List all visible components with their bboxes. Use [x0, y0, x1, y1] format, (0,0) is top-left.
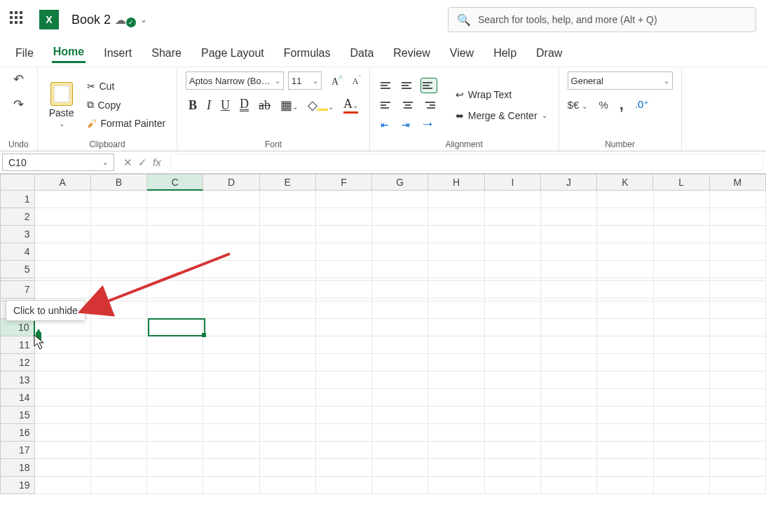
cell-M10[interactable]	[710, 319, 766, 336]
bold-button[interactable]: B	[189, 98, 197, 113]
cell-F1[interactable]	[316, 191, 372, 208]
cell-C14[interactable]	[147, 389, 203, 407]
cell-H9[interactable]	[428, 301, 484, 319]
tab-draw[interactable]: Draw	[535, 44, 563, 62]
cell-K17[interactable]	[597, 442, 653, 459]
column-header-B[interactable]: B	[91, 174, 147, 191]
cell-L16[interactable]	[654, 424, 710, 442]
cell-D4[interactable]	[203, 243, 259, 261]
cell-E4[interactable]	[260, 243, 316, 261]
row-header-15[interactable]: 15	[0, 407, 35, 424]
cell-K13[interactable]	[597, 371, 653, 389]
tab-share[interactable]: Share	[150, 44, 183, 62]
cell-M1[interactable]	[710, 191, 766, 208]
fill-color-button[interactable]: ◇⌄	[308, 97, 334, 113]
cell-I2[interactable]	[485, 208, 541, 226]
row-header-14[interactable]: 14	[0, 389, 35, 407]
cell-I7[interactable]	[485, 281, 541, 299]
cell-D5[interactable]	[203, 261, 259, 278]
column-header-I[interactable]: I	[485, 174, 541, 191]
cell-D18[interactable]	[203, 459, 259, 477]
cell-H12[interactable]	[428, 354, 484, 371]
tab-home[interactable]: Home	[52, 43, 86, 63]
tab-help[interactable]: Help	[492, 44, 518, 62]
cell-I4[interactable]	[485, 243, 541, 261]
cell-F19[interactable]	[316, 477, 372, 494]
cell-F13[interactable]	[316, 371, 372, 389]
italic-button[interactable]: I	[207, 98, 211, 113]
cell-C16[interactable]	[147, 424, 203, 442]
cell-M11[interactable]	[710, 336, 766, 354]
cell-A13[interactable]	[35, 371, 91, 389]
cancel-formula-button[interactable]: ✕	[123, 156, 132, 169]
cell-L5[interactable]	[654, 261, 710, 278]
wrap-text-button[interactable]: ↩Wrap Text	[453, 88, 550, 102]
cell-K11[interactable]	[597, 336, 653, 354]
cell-G19[interactable]	[372, 477, 428, 494]
undo-button[interactable]: ↶	[13, 71, 24, 87]
percent-button[interactable]: %	[599, 99, 608, 111]
cell-L18[interactable]	[654, 459, 710, 477]
cell-H4[interactable]	[428, 243, 484, 261]
font-size-select[interactable]: 11⌄	[288, 71, 322, 90]
cell-E3[interactable]	[260, 226, 316, 243]
cell-D10[interactable]	[203, 319, 259, 336]
cell-G9[interactable]	[372, 301, 428, 319]
row-header-19[interactable]: 19	[0, 477, 35, 494]
cell-D16[interactable]	[203, 424, 259, 442]
cell-K10[interactable]	[597, 319, 653, 336]
cell-H7[interactable]	[428, 281, 484, 299]
align-left-button[interactable]	[378, 97, 395, 113]
cell-G18[interactable]	[372, 459, 428, 477]
document-title[interactable]: Book 2	[71, 13, 111, 27]
cell-M9[interactable]	[710, 301, 766, 319]
cell-A5[interactable]	[35, 261, 91, 278]
cell-G11[interactable]	[372, 336, 428, 354]
cell-M16[interactable]	[710, 424, 766, 442]
increase-indent-button[interactable]: ⇥	[399, 117, 416, 132]
cell-E19[interactable]	[260, 477, 316, 494]
cell-I17[interactable]	[485, 442, 541, 459]
cell-B13[interactable]	[91, 371, 147, 389]
copy-button[interactable]: ⧉Copy	[84, 97, 169, 112]
row-header-7[interactable]: 7	[0, 281, 35, 299]
cell-I13[interactable]	[485, 371, 541, 389]
align-bottom-button[interactable]	[420, 78, 437, 93]
cell-F17[interactable]	[316, 442, 372, 459]
cell-G12[interactable]	[372, 354, 428, 371]
cell-I5[interactable]	[485, 261, 541, 278]
cell-L7[interactable]	[654, 281, 710, 299]
row-header-17[interactable]: 17	[0, 442, 35, 459]
cell-M2[interactable]	[710, 208, 766, 226]
cell-M12[interactable]	[710, 354, 766, 371]
cell-A7[interactable]	[35, 281, 91, 299]
formula-input[interactable]	[170, 154, 764, 171]
cell-E2[interactable]	[260, 208, 316, 226]
cell-J5[interactable]	[541, 261, 597, 278]
redo-button[interactable]: ↷	[13, 97, 24, 112]
cell-F10[interactable]	[316, 319, 372, 336]
cell-C12[interactable]	[147, 354, 203, 371]
fx-icon[interactable]: fx	[153, 156, 161, 168]
cell-A14[interactable]	[35, 389, 91, 407]
cell-G17[interactable]	[372, 442, 428, 459]
cell-E11[interactable]	[260, 336, 316, 354]
cell-M14[interactable]	[710, 389, 766, 407]
cell-F12[interactable]	[316, 354, 372, 371]
cell-D2[interactable]	[203, 208, 259, 226]
cell-H17[interactable]	[428, 442, 484, 459]
cell-A19[interactable]	[35, 477, 91, 494]
cell-G1[interactable]	[372, 191, 428, 208]
cell-C5[interactable]	[147, 261, 203, 278]
cell-L12[interactable]	[654, 354, 710, 371]
cell-A15[interactable]	[35, 407, 91, 424]
comma-button[interactable]: ,	[620, 95, 624, 114]
cell-I1[interactable]	[485, 191, 541, 208]
cell-E5[interactable]	[260, 261, 316, 278]
cell-D12[interactable]	[203, 354, 259, 371]
cell-G3[interactable]	[372, 226, 428, 243]
cell-C3[interactable]	[147, 226, 203, 243]
cell-C19[interactable]	[147, 477, 203, 494]
cell-K19[interactable]	[597, 477, 653, 494]
cell-I14[interactable]	[485, 389, 541, 407]
